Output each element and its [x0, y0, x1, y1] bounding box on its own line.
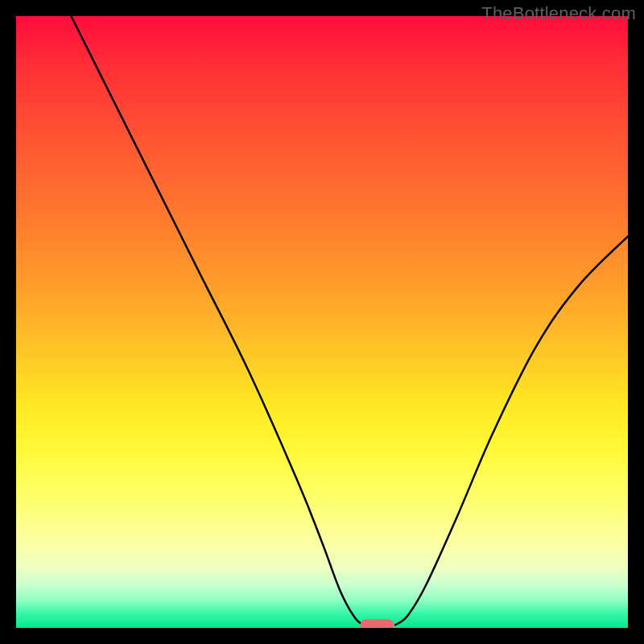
- curve-right-branch: [395, 237, 628, 625]
- plot-area: [16, 16, 628, 628]
- minimum-marker: [361, 619, 394, 628]
- chart-svg: [16, 16, 628, 628]
- watermark-text: TheBottleneck.com: [481, 3, 636, 24]
- curve-left-branch: [71, 16, 365, 625]
- chart-frame: TheBottleneck.com: [0, 0, 644, 644]
